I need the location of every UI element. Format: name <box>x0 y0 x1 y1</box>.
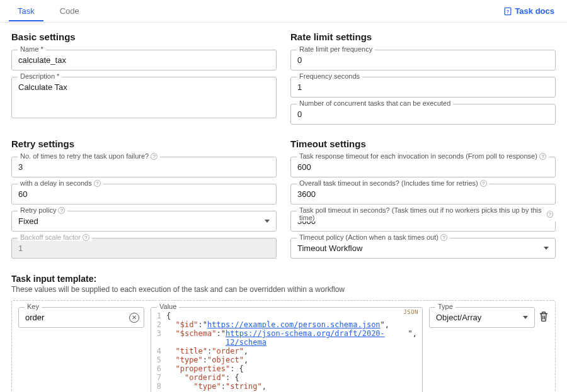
template-value-editor[interactable]: JSON 1{ 2 "$id": "https://example.com/pe… <box>151 307 423 392</box>
chevron-down-icon <box>265 220 270 223</box>
value-label: Value <box>157 303 179 310</box>
description-label: Description * <box>18 72 62 80</box>
help-icon[interactable] <box>58 207 65 214</box>
template-type-value: Object/Array <box>436 313 481 322</box>
poll-timeout-label: Task poll timeout in seconds? (Task time… <box>297 206 556 221</box>
timeout-settings-title: Timeout settings <box>290 138 556 149</box>
resp-timeout-label: Task response timeout for each invocatio… <box>297 152 549 160</box>
retry-policy-label: Retry policy <box>18 206 67 214</box>
help-icon[interactable] <box>83 234 89 241</box>
name-input[interactable] <box>11 50 277 70</box>
tab-code[interactable]: Code <box>47 1 92 21</box>
description-input[interactable]: Calculate Tax <box>11 77 277 118</box>
retry-policy-value: Fixed <box>18 216 38 226</box>
key-label: Key <box>25 303 42 310</box>
freq-label: Frequency seconds <box>297 72 362 80</box>
help-icon[interactable] <box>94 180 101 187</box>
overall-timeout-label: Overall task timeout in seconds? (Includ… <box>297 179 490 187</box>
timeout-policy-value: Timeout Workflow <box>297 244 362 253</box>
name-label: Name * <box>18 45 46 53</box>
chevron-down-icon <box>523 316 528 319</box>
svg-text:?: ? <box>507 9 509 13</box>
retry-count-label: No. of times to retry the task upon fail… <box>18 152 160 160</box>
chevron-down-icon <box>544 247 549 250</box>
json-badge: JSON <box>403 309 418 315</box>
task-docs-label: Task docs <box>515 6 554 16</box>
type-label: Type <box>435 303 455 310</box>
help-icon[interactable] <box>151 153 158 160</box>
template-subtitle: These values will be supplied to each ex… <box>11 285 556 294</box>
template-row: Key ✕ Value JSON 1{ 2 "$id": "https://ex… <box>11 300 556 392</box>
retry-settings-title: Retry settings <box>11 138 277 149</box>
tab-task[interactable]: Task <box>5 1 47 21</box>
basic-settings-title: Basic settings <box>11 31 277 42</box>
help-icon[interactable] <box>440 234 447 241</box>
template-title: Task input template: <box>11 274 556 284</box>
timeout-policy-label: Timeout policy (Action when a task times… <box>297 233 450 241</box>
task-docs-link[interactable]: ? Task docs <box>503 6 562 16</box>
clear-key-icon[interactable]: ✕ <box>129 313 139 323</box>
help-icon[interactable] <box>480 180 487 187</box>
help-icon[interactable] <box>539 153 546 160</box>
backoff-label: Backoff scale factor <box>18 233 92 241</box>
rlpf-label: Rate limit per frequency <box>297 45 375 53</box>
rate-limit-title: Rate limit settings <box>290 31 556 42</box>
help-icon[interactable] <box>547 211 554 218</box>
delete-row-icon[interactable] <box>539 311 549 322</box>
help-doc-icon: ? <box>503 7 512 16</box>
retry-delay-label: with a delay in seconds <box>18 179 103 187</box>
concurrent-label: Number of concurrent tasks that can be e… <box>297 99 453 107</box>
